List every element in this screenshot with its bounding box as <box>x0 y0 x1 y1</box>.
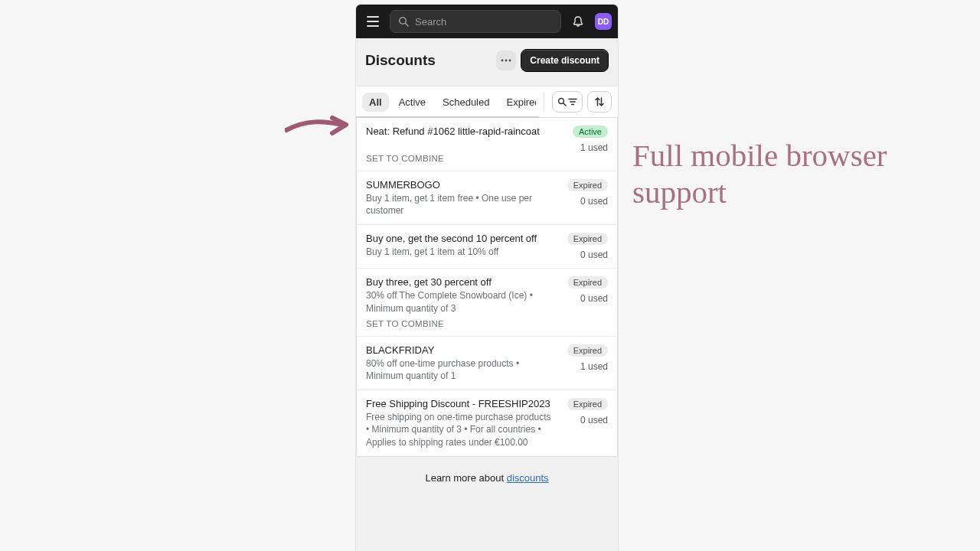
tabs: All Active Scheduled Expired + <box>362 93 536 112</box>
page-title: Discounts <box>365 52 436 69</box>
tab-scroll-indicator <box>356 116 539 118</box>
status-badge: Expired <box>567 276 608 289</box>
combine-label: SET TO COMBINE <box>366 154 556 163</box>
status-badge: Expired <box>567 179 608 191</box>
sort-button[interactable] <box>587 91 612 112</box>
status-badge: Active <box>573 126 608 138</box>
discount-subtitle: 80% off one-time purchase products • Min… <box>366 357 556 382</box>
used-count: 0 used <box>580 415 608 425</box>
learn-more: Learn more about discounts <box>356 457 618 499</box>
tab-active[interactable]: Active <box>392 93 433 112</box>
dots-icon <box>501 59 511 62</box>
create-discount-button[interactable]: Create discount <box>521 49 609 72</box>
used-count: 1 used <box>580 142 608 153</box>
magnifier-icon <box>557 97 567 106</box>
topbar: Search DD <box>356 5 618 38</box>
used-count: 0 used <box>580 293 608 304</box>
discount-title: Buy three, get 30 percent off <box>366 276 556 288</box>
discount-subtitle: Buy 1 item, get 1 item free • One use pe… <box>366 192 556 217</box>
discount-title: BLACKFRIDAY <box>366 344 556 356</box>
list-item[interactable]: Neat: Refund #1062 little-rapid-raincoat… <box>357 118 617 171</box>
discount-title: SUMMERBOGO <box>366 179 556 191</box>
page-header: Discounts Create discount <box>356 38 618 86</box>
marketing-caption: Full mobile browser support <box>632 138 980 210</box>
combine-label: SET TO COMBINE <box>366 319 556 328</box>
svg-point-1 <box>501 60 504 62</box>
list-item[interactable]: Free Shipping Discount - FREESHIP2023 Fr… <box>357 390 617 456</box>
tabbar: All Active Scheduled Expired + <box>356 86 618 118</box>
discount-subtitle: 30% off The Complete Snowboard (Ice) • M… <box>366 289 556 314</box>
discount-title: Neat: Refund #1062 little-rapid-raincoat <box>366 126 556 137</box>
status-badge: Expired <box>567 233 608 245</box>
status-badge: Expired <box>567 344 608 357</box>
more-actions-button[interactable] <box>496 51 516 70</box>
learn-more-link[interactable]: discounts <box>507 472 549 484</box>
discount-title: Free Shipping Discount - FREESHIP2023 <box>366 398 556 409</box>
mobile-frame: Search DD Discounts Create discount <box>356 5 618 551</box>
discount-list: Neat: Refund #1062 little-rapid-raincoat… <box>356 118 618 457</box>
search-input[interactable]: Search <box>390 10 561 33</box>
svg-point-3 <box>509 60 511 62</box>
avatar[interactable]: DD <box>595 13 612 30</box>
notifications-icon[interactable] <box>567 11 589 32</box>
search-filter-button[interactable] <box>552 91 583 112</box>
tab-scheduled[interactable]: Scheduled <box>436 93 496 112</box>
filter-icon <box>568 97 577 106</box>
hamburger-menu-icon[interactable] <box>362 11 384 32</box>
sort-icon <box>595 96 604 107</box>
search-placeholder: Search <box>415 16 446 28</box>
list-item[interactable]: Buy one, get the second 10 percent off B… <box>357 224 617 268</box>
tab-all[interactable]: All <box>362 93 389 112</box>
discount-subtitle: Free shipping on one-time purchase produ… <box>366 411 556 448</box>
list-item[interactable]: BLACKFRIDAY 80% off one-time purchase pr… <box>357 336 617 390</box>
discount-title: Buy one, get the second 10 percent off <box>366 233 556 244</box>
tab-expired[interactable]: Expired <box>499 93 536 112</box>
used-count: 0 used <box>580 196 608 207</box>
learn-more-prefix: Learn more about <box>425 472 506 484</box>
annotation-arrow-icon <box>285 112 351 141</box>
divider <box>544 92 544 112</box>
discount-subtitle: Buy 1 item, get 1 item at 10% off <box>366 246 556 258</box>
used-count: 0 used <box>580 249 608 260</box>
list-item[interactable]: Buy three, get 30 percent off 30% off Th… <box>357 268 617 335</box>
status-badge: Expired <box>567 398 608 410</box>
used-count: 1 used <box>580 361 608 372</box>
search-icon <box>398 16 409 27</box>
list-item[interactable]: SUMMERBOGO Buy 1 item, get 1 item free •… <box>357 171 617 224</box>
svg-point-2 <box>505 60 508 62</box>
